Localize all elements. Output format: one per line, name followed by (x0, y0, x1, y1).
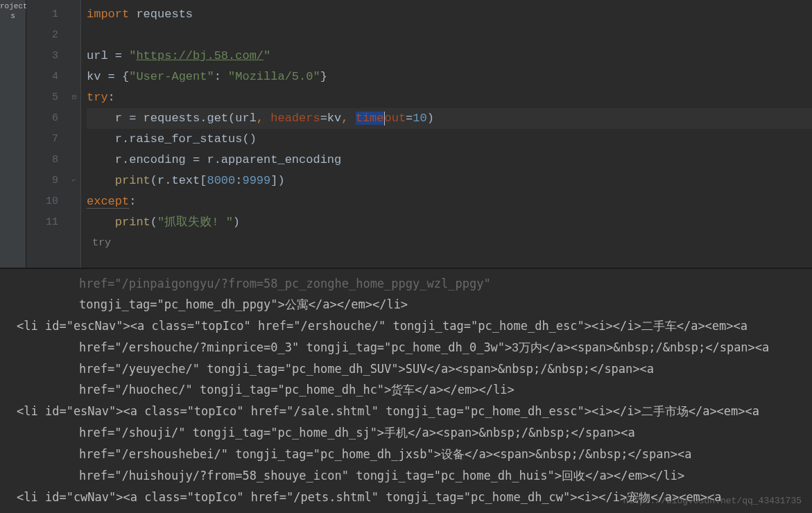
console-line: href="/ershouche/?minprice=0_3" tongji_t… (17, 337, 795, 358)
fold-icon[interactable]: ⊟ (68, 87, 80, 108)
console-line: href="/yeuyeche/" tongji_tag="pc_home_dh… (17, 358, 795, 379)
console-line: href="/shouji/" tongji_tag="pc_home_dh_s… (17, 422, 795, 444)
code-editor[interactable]: import requests url = "https://bj.58.com… (80, 0, 812, 268)
editor-container: roject s 1 2 3 4 5 6 7 8 9 10 11 ⊟ ⌐ imp… (0, 0, 812, 269)
sidebar-label: roject (0, 1, 26, 11)
code-line: print(r.text[8000:9999]) (87, 171, 812, 191)
code-line: url = "https://bj.58.com/" (87, 46, 812, 67)
line-number: 10 (26, 191, 58, 212)
breadcrumb[interactable]: try (87, 233, 812, 254)
console-line: href="/dog/" tongji_tag="pc_home_dh_cwg"… (17, 508, 795, 513)
line-number: 11 (26, 212, 58, 233)
code-line (87, 25, 812, 46)
console-line: href="/huochec/" tongji_tag="pc_home_dh_… (17, 379, 795, 401)
line-number: 1 (26, 4, 58, 25)
console-line: href="/ershoushebei/" tongji_tag="pc_hom… (17, 444, 795, 465)
line-number: 7 (26, 129, 58, 150)
code-line: r.raise_for_status() (87, 129, 812, 150)
code-line: r.encoding = r.apparent_encoding (87, 150, 812, 171)
project-tool-sidebar[interactable]: roject s (0, 0, 26, 268)
output-console[interactable]: href="/pinpaigongyu/?from=58_pc_zonghe_h… (0, 269, 812, 513)
fold-end-icon[interactable]: ⌐ (68, 171, 80, 191)
line-number: 2 (26, 25, 58, 46)
line-number: 3 (26, 46, 58, 67)
watermark-text: https://blog.csdn.net/qq_43431735 (623, 496, 802, 506)
line-number: 4 (26, 67, 58, 87)
console-line: tongji_tag="pc_home_dh_ppgy">公寓</a></em>… (17, 294, 795, 315)
console-line: href="/pinpaigongyu/?from=58_pc_zonghe_h… (17, 273, 795, 294)
sidebar-label: s (0, 11, 26, 21)
console-line: <li id="esNav"><a class="topIco" href="/… (17, 401, 795, 422)
line-number: 8 (26, 150, 58, 171)
code-line-current: r = requests.get(url, headers=kv, timeou… (87, 108, 812, 129)
line-number: 6 (26, 108, 58, 129)
line-number-gutter[interactable]: 1 2 3 4 5 6 7 8 9 10 11 (26, 0, 68, 268)
code-line: import requests (87, 4, 812, 25)
code-line: kv = {"User-Agent": "Mozilla/5.0"} (87, 67, 812, 87)
console-line: <li id="escNav"><a class="topIco" href="… (17, 315, 795, 337)
line-number: 5 (26, 87, 58, 108)
fold-column[interactable]: ⊟ ⌐ (68, 0, 80, 268)
console-line: href="/huishoujy/?from=58_shouye_icon" t… (17, 465, 795, 487)
code-line: try: (87, 87, 812, 108)
code-line: print("抓取失败! ") (87, 212, 812, 233)
line-number: 9 (26, 171, 58, 191)
code-line: except: (87, 191, 812, 212)
